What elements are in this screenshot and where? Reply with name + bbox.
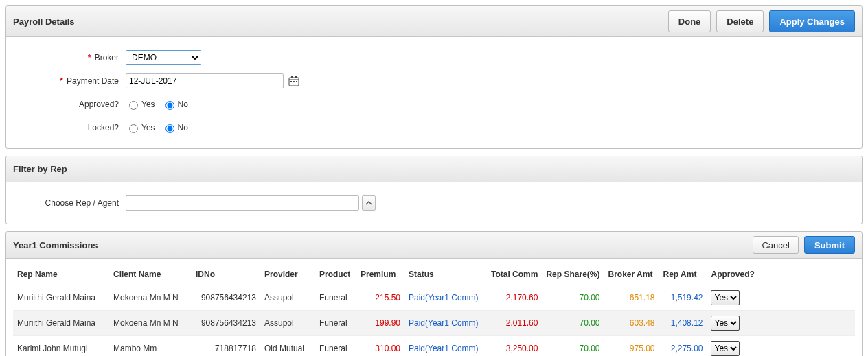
col-approved: Approved? [707,264,758,285]
col-product: Product [315,264,356,285]
cell-premium: 215.50 [356,285,404,311]
apply-changes-button[interactable]: Apply Changes [769,10,855,32]
filter-header: Filter by Rep [6,156,862,182]
broker-label: * Broker [16,53,126,62]
done-button[interactable]: Done [668,10,711,32]
col-rep-amt: Rep Amt [659,264,707,285]
payroll-header: Payroll Details Done Delete Apply Change… [6,6,862,37]
choose-rep-input[interactable] [126,195,359,211]
cell-provider: Assupol [260,285,315,311]
commissions-header: Year1 Commissions Cancel Submit [6,232,862,259]
approved-row: Approved? Yes No [16,95,852,114]
table-head: Rep Name Client Name IDNo Provider Produ… [13,264,855,285]
cell-total: 2,170.60 [487,285,542,311]
cell-product: Funeral [315,285,356,311]
choose-rep-row: Choose Rep / Agent [16,193,852,213]
submit-button[interactable]: Submit [804,236,855,254]
cell-share: 70.00 [542,336,604,357]
approved-label: Approved? [16,99,126,109]
payroll-details-region: Payroll Details Done Delete Apply Change… [5,5,863,149]
svg-rect-5 [293,81,295,82]
locked-yes-radio[interactable] [129,124,138,133]
cell-provider: Old Mutual [260,336,315,357]
cell-status: Paid(Year1 Comm) [404,285,487,311]
svg-rect-2 [291,76,293,78]
payroll-body: * Broker DEMO * Payment Date Approved? Y… [6,37,862,148]
col-idno: IDNo [192,264,260,285]
payment-date-label: * Payment Date [16,76,126,86]
broker-row: * Broker DEMO [16,48,852,67]
cancel-button[interactable]: Cancel [753,236,798,254]
locked-radio-group: Yes No [126,122,192,133]
cell-approved: Yes [707,285,758,311]
cell-approved: Yes [707,336,758,357]
commissions-title: Year1 Commissions [13,240,98,250]
payroll-buttons: Done Delete Apply Changes [668,10,855,32]
table-row: Karimi John MutugiMambo Mm718817718Old M… [13,336,855,357]
cell-client: Mokoena Mn M N [109,285,192,311]
approved-no-radio[interactable] [165,101,174,110]
col-provider: Provider [260,264,315,285]
cell-broker-amt: 651.18 [604,285,659,311]
col-total: Total Comm [487,264,542,285]
col-share: Rep Share(%) [542,264,604,285]
choose-rep-popup-button[interactable] [362,195,376,211]
delete-button[interactable]: Delete [716,10,764,32]
locked-yes-option[interactable]: Yes [126,122,155,133]
svg-rect-3 [295,76,297,78]
cell-premium: 199.90 [356,311,404,336]
col-premium: Premium [356,264,404,285]
calendar-icon[interactable] [288,75,300,87]
locked-no-option[interactable]: No [162,122,188,133]
cell-rep-amt: 1,408.12 [659,311,707,336]
cell-rep-amt: 2,275.00 [659,336,707,357]
commissions-buttons: Cancel Submit [753,236,855,254]
cell-rep: Muriithi Gerald Maina [13,311,109,336]
cell-rep: Muriithi Gerald Maina [13,285,109,311]
cell-rep: Karimi John Mutugi [13,336,109,357]
filter-body: Choose Rep / Agent [6,182,862,224]
chevron-up-icon [365,200,372,206]
svg-rect-4 [290,81,292,82]
approved-yes-option[interactable]: Yes [126,99,155,110]
cell-rep-amt: 1,519.42 [659,285,707,311]
choose-rep-label: Choose Rep / Agent [16,198,126,208]
cell-share: 70.00 [542,285,604,311]
cell-idno: 908756434213 [192,285,260,311]
cell-client: Mokoena Mn M N [109,311,192,336]
col-status: Status [404,264,487,285]
cell-provider: Assupol [260,311,315,336]
cell-product: Funeral [315,336,356,357]
broker-select[interactable]: DEMO [126,50,201,65]
locked-no-radio[interactable] [165,124,174,133]
status-link[interactable]: Paid(Year1 Comm) [409,318,479,328]
locked-label: Locked? [16,123,126,132]
col-rep: Rep Name [13,264,109,285]
payment-date-input[interactable] [126,73,284,88]
cell-broker-amt: 975.00 [604,336,659,357]
cell-product: Funeral [315,311,356,336]
commissions-table-wrap: Rep Name Client Name IDNo Provider Produ… [6,259,862,356]
approved-select[interactable]: Yes [711,341,740,356]
cell-total: 3,250.00 [487,336,542,357]
approved-select[interactable]: Yes [711,316,740,331]
approved-yes-radio[interactable] [129,101,138,110]
cell-broker-amt: 603.48 [604,311,659,336]
filter-region: Filter by Rep Choose Rep / Agent [5,156,863,224]
table-row: Muriithi Gerald MainaMokoena Mn M N90875… [13,285,855,311]
commissions-table: Rep Name Client Name IDNo Provider Produ… [13,264,855,356]
col-client: Client Name [109,264,192,285]
approved-no-option[interactable]: No [162,99,188,110]
approved-select[interactable]: Yes [711,290,740,305]
cell-status: Paid(Year1 Comm) [404,311,487,336]
status-link[interactable]: Paid(Year1 Comm) [409,293,479,302]
payment-date-row: * Payment Date [16,71,852,91]
col-broker-amt: Broker Amt [604,264,659,285]
cell-idno: 908756434213 [192,311,260,336]
approved-radio-group: Yes No [126,99,192,110]
table-row: Muriithi Gerald MainaMokoena Mn M N90875… [13,311,855,336]
cell-approved: Yes [707,311,758,336]
table-body: Muriithi Gerald MainaMokoena Mn M N90875… [13,285,855,357]
cell-total: 2,011.60 [487,311,542,336]
status-link[interactable]: Paid(Year1 Comm) [409,344,479,353]
